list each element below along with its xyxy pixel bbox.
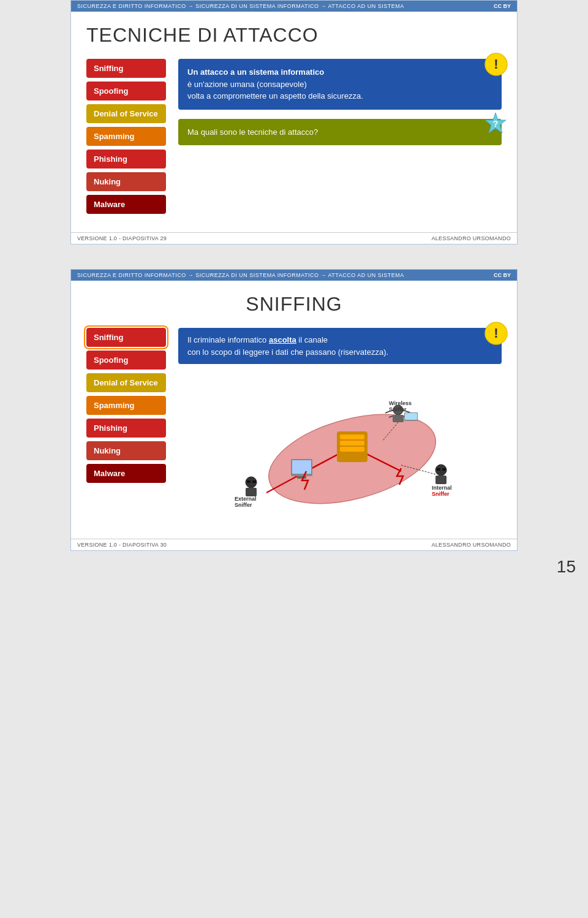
question-badge-container: ? xyxy=(483,112,508,140)
sidebar-btn-nuking[interactable]: Nuking xyxy=(86,172,166,191)
svg-text:!: ! xyxy=(494,56,498,72)
slide-1-infobox-green-text: Ma quali sono le tecniche di attacco? xyxy=(187,127,318,137)
slide-1-footer: VERSIONE 1.0 - DIAPOSITIVA 29 ALESSANDRO… xyxy=(71,232,517,244)
sidebar-btn-spoofing[interactable]: Spoofing xyxy=(86,82,166,101)
sniffing-text-bold: ascolta xyxy=(269,335,296,344)
sidebar-btn-phishing-2[interactable]: Phishing xyxy=(86,419,166,438)
page-number-area: 15 xyxy=(0,551,588,583)
slide-1-infobox-blue-bold: Un attacco a un sistema informatico xyxy=(187,66,492,78)
slide-2-content: SNIFFING Sniffing Spoofing Denial of Ser… xyxy=(71,281,517,529)
network-svg: Wireless Sniffer xyxy=(211,379,469,514)
svg-rect-30 xyxy=(435,476,447,484)
svg-rect-18 xyxy=(340,441,364,446)
slide-2-body: Sniffing Spoofing Denial of Service Spam… xyxy=(86,328,502,520)
sidebar-btn-malware-2[interactable]: Malware xyxy=(86,464,166,483)
slide-2-footer-right: ALESSANDRO URSOMANDO xyxy=(431,542,511,548)
svg-rect-11 xyxy=(393,415,404,422)
svg-rect-21 xyxy=(292,460,311,474)
network-diagram-area: Wireless Sniffer xyxy=(178,373,502,520)
slide-1-ccby: CC BY xyxy=(494,3,511,9)
svg-text:?: ? xyxy=(493,119,499,129)
slide-1-header: SICUREZZA E DIRITTO INFORMATICO → SICURE… xyxy=(71,1,517,12)
exclamation-badge-2-container: ! xyxy=(484,322,508,349)
question-star-icon: ? xyxy=(483,112,508,136)
slide-2-sidebar: Sniffing Spoofing Denial of Service Spam… xyxy=(86,328,166,520)
svg-rect-31 xyxy=(437,468,440,471)
svg-rect-32 xyxy=(442,468,446,471)
slide-1-infobox-bold-text: Un attacco a un sistema informatico xyxy=(187,67,324,77)
slide-1-content: TECNICHE DI ATTACCO Sniffing Spoofing De… xyxy=(71,12,517,223)
slide-1-infobox-blue: Un attacco a un sistema informatico è un… xyxy=(178,59,502,110)
exclamation-icon: ! xyxy=(484,53,508,76)
sidebar-btn-sniffing[interactable]: Sniffing xyxy=(86,59,166,78)
slide-1: SICUREZZA E DIRITTO INFORMATICO → SICURE… xyxy=(70,0,518,245)
exclamation-badge-container: ! xyxy=(484,53,508,80)
slide-2-title: SNIFFING xyxy=(86,293,502,316)
sidebar-btn-spamming[interactable]: Spamming xyxy=(86,127,166,146)
slide-separator xyxy=(0,245,588,269)
slide-1-sidebar: Sniffing Spoofing Denial of Service Spam… xyxy=(86,59,166,214)
svg-text:!: ! xyxy=(494,325,498,341)
sidebar-btn-phishing[interactable]: Phishing xyxy=(86,150,166,169)
slide-2-footer-left: VERSIONE 1.0 - DIAPOSITIVA 30 xyxy=(77,542,167,548)
exclamation-icon-2: ! xyxy=(484,322,508,345)
sidebar-btn-sniffing-active[interactable]: Sniffing xyxy=(86,328,166,347)
sidebar-btn-malware[interactable]: Malware xyxy=(86,195,166,214)
sidebar-btn-dos[interactable]: Denial of Service xyxy=(86,104,166,123)
slide-1-footer-right: ALESSANDRO URSOMANDO xyxy=(431,235,511,241)
slide-1-infobox-green: Ma quali sono le tecniche di attacco? ? xyxy=(178,119,502,146)
slide-2-right-content: Il criminale informatico ascolta il cana… xyxy=(178,328,502,520)
slide-2-header: SICUREZZA E DIRITTO INFORMATICO → SICURE… xyxy=(71,270,517,281)
sidebar-btn-nuking-2[interactable]: Nuking xyxy=(86,441,166,460)
svg-rect-17 xyxy=(340,434,364,439)
slide-1-footer-left: VERSIONE 1.0 - DIAPOSITIVA 29 xyxy=(77,235,167,241)
slide-2-breadcrumb: SICUREZZA E DIRITTO INFORMATICO → SICURE… xyxy=(77,272,404,278)
svg-rect-13 xyxy=(405,413,417,420)
svg-text:Sniffer: Sniffer xyxy=(235,502,252,508)
svg-text:Sniffer: Sniffer xyxy=(389,406,407,412)
sidebar-btn-spoofing-2[interactable]: Spoofing xyxy=(86,351,166,370)
svg-rect-22 xyxy=(297,476,306,479)
sidebar-btn-dos-2[interactable]: Denial of Service xyxy=(86,373,166,392)
svg-rect-19 xyxy=(340,447,364,452)
slide-2-footer: VERSIONE 1.0 - DIAPOSITIVA 30 ALESSANDRO… xyxy=(71,539,517,550)
svg-text:External: External xyxy=(235,496,257,502)
slide-1-breadcrumb: SICUREZZA E DIRITTO INFORMATICO → SICURE… xyxy=(77,3,404,9)
svg-rect-25 xyxy=(247,480,251,483)
slide-1-body: Sniffing Spoofing Denial of Service Spam… xyxy=(86,59,502,214)
slide-1-infobox-blue-text: è un'azione umana (consapevole)volta a c… xyxy=(187,78,492,102)
wireless-sniffer-label: Wireless xyxy=(389,400,412,406)
svg-rect-26 xyxy=(252,480,256,483)
slide-1-right-content: Un attacco a un sistema informatico è un… xyxy=(178,59,502,214)
sidebar-btn-spamming-2[interactable]: Spamming xyxy=(86,396,166,415)
slide-1-title: TECNICHE DI ATTACCO xyxy=(86,24,502,47)
svg-rect-24 xyxy=(246,488,257,496)
slide-2: SICUREZZA E DIRITTO INFORMATICO → SICURE… xyxy=(70,269,518,551)
svg-text:Sniffer: Sniffer xyxy=(432,491,450,497)
page-wrapper: SICUREZZA E DIRITTO INFORMATICO → SICURE… xyxy=(0,0,588,583)
slide-2-ccby: CC BY xyxy=(494,272,511,278)
sniffing-text-normal: Il criminale informatico xyxy=(187,335,269,344)
slide-2-infobox: Il criminale informatico ascolta il cana… xyxy=(178,328,502,364)
page-number: 15 xyxy=(557,557,576,577)
svg-text:Internal: Internal xyxy=(432,485,452,491)
